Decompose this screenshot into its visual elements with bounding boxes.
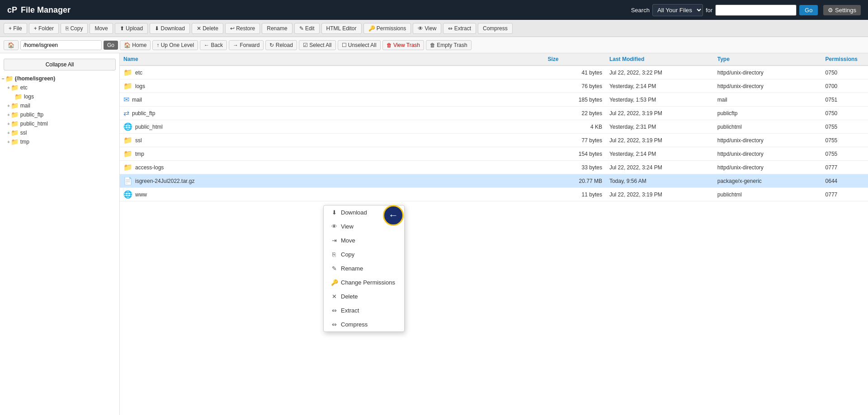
table-row[interactable]: ✉ mail 185 bytes Yesterday, 1:53 PM mail… [120, 93, 868, 107]
col-header-name[interactable]: Name [120, 53, 544, 65]
table-row[interactable]: 📄 isgreen-24Jul2022.tar.gz 20.77 MB Toda… [120, 174, 868, 188]
sidebar-item-public-ftp[interactable]: + 📁 public_ftp [0, 110, 119, 119]
file-modified: Jul 22, 2022, 3:22 PM [606, 65, 714, 79]
search-scope-select[interactable]: All Your Files [652, 4, 703, 16]
table-row[interactable]: ⇄ public_ftp 22 bytes Jul 22, 2022, 3:19… [120, 107, 868, 120]
ctx-extract-label: Extract [341, 307, 359, 314]
restore-button[interactable]: ↩ Restore [225, 23, 260, 34]
sidebar-item-mail[interactable]: + 📁 mail [0, 101, 119, 110]
home-icon-btn[interactable]: 🏠 [4, 40, 19, 50]
ctx-copy-item[interactable]: ⎘ Copy [324, 247, 404, 261]
sidebar-label: public_ftp [20, 112, 43, 118]
col-header-size[interactable]: Size [544, 53, 605, 65]
sidebar-item-logs[interactable]: 📁 logs [0, 92, 119, 101]
file-name: public_html [135, 124, 163, 130]
permissions-button[interactable]: 🔑 Permissions [363, 23, 411, 34]
path-go-button[interactable]: Go [104, 41, 118, 50]
download-button[interactable]: ⬇ Download [150, 23, 190, 34]
file-name: ssl [135, 137, 142, 144]
search-input[interactable] [715, 5, 797, 16]
sidebar-item-root[interactable]: − 📁 (/home/isgreen) [0, 74, 119, 83]
expand-icon: + [7, 112, 10, 117]
sidebar-item-public-html[interactable]: + 📁 public_html [0, 119, 119, 128]
ctx-rename-item[interactable]: ✎ Rename [324, 261, 404, 275]
forward-button[interactable]: → Forward [229, 40, 264, 50]
sidebar-item-tmp[interactable]: + 📁 tmp [0, 137, 119, 146]
sidebar-label: ssl [20, 130, 27, 136]
copy-button[interactable]: ⎘ Copy [61, 23, 88, 34]
rename-button[interactable]: Rename [262, 23, 292, 34]
col-header-type[interactable]: Type [714, 53, 822, 65]
expand-icon: + [7, 103, 10, 108]
ctx-move-label: Move [341, 237, 355, 244]
table-row[interactable]: 📁 tmp 154 bytes Yesterday, 2:14 PM httpd… [120, 147, 868, 161]
unselect-all-button[interactable]: ☐ Unselect All [338, 40, 381, 50]
empty-trash-button[interactable]: 🗑 Empty Trash [426, 40, 472, 50]
ctx-rename-label: Rename [341, 265, 363, 272]
app-logo: cP File Manager [7, 5, 71, 15]
file-size: 77 bytes [544, 134, 605, 147]
back-button[interactable]: ← Back [200, 40, 227, 50]
up-one-level-button[interactable]: ↑ Up One Level [152, 40, 198, 50]
extract-button[interactable]: ⇔ Extract [443, 23, 476, 34]
main-toolbar: + File + Folder ⎘ Copy Move ⬆ Upload ⬇ D… [0, 20, 868, 37]
delete-button[interactable]: ✕ Delete [192, 23, 223, 34]
ctx-move-item[interactable]: ⇥ Move [324, 233, 404, 247]
file-modified: Yesterday, 1:53 PM [606, 93, 714, 107]
compress-button[interactable]: Compress [478, 23, 513, 34]
file-size: 11 bytes [544, 188, 605, 201]
file-permissions: 0777 [822, 161, 868, 174]
search-go-button[interactable]: Go [799, 5, 818, 15]
file-type: httpd/unix-directory [714, 79, 822, 93]
table-row[interactable]: 🌐 public_html 4 KB Yesterday, 2:31 PM pu… [120, 120, 868, 134]
table-row[interactable]: 🌐 www 11 bytes Jul 22, 2022, 3:19 PM pub… [120, 188, 868, 201]
path-input[interactable] [20, 40, 102, 50]
edit-button[interactable]: ✎ Edit [294, 23, 320, 34]
ctx-delete-item[interactable]: ✕ Delete [324, 289, 404, 303]
ctx-compress-item[interactable]: ⇔ Compress [324, 317, 404, 331]
home-button[interactable]: 🏠 Home [120, 40, 151, 50]
file-permissions: 0644 [822, 174, 868, 188]
file-type: httpd/unix-directory [714, 134, 822, 147]
compress-icon: ⇔ [331, 321, 337, 328]
file-type: package/x-generic [714, 174, 822, 188]
move-button[interactable]: Move [90, 23, 113, 34]
col-header-permissions[interactable]: Permissions [822, 53, 868, 65]
expand-icon: + [7, 121, 10, 126]
ctx-view-label: View [341, 223, 354, 230]
sidebar-item-ssl[interactable]: + 📁 ssl [0, 128, 119, 137]
new-file-button[interactable]: + File [4, 23, 27, 34]
table-row[interactable]: 📁 logs 76 bytes Yesterday, 2:14 PM httpd… [120, 79, 868, 93]
root-label: (/home/isgreen) [15, 75, 55, 82]
extract-icon: ⇔ [331, 307, 337, 314]
table-row[interactable]: 📁 etc 41 bytes Jul 22, 2022, 3:22 PM htt… [120, 65, 868, 79]
select-all-button[interactable]: ☑ Select All [299, 40, 336, 50]
table-row[interactable]: 📁 ssl 77 bytes Jul 22, 2022, 3:19 PM htt… [120, 134, 868, 147]
ctx-permissions-item[interactable]: 🔑 Change Permissions [324, 275, 404, 289]
view-trash-button[interactable]: 🗑 View Trash [382, 40, 424, 50]
search-area: Search All Your Files for Go ⚙ Settings [631, 4, 861, 16]
file-name: logs [135, 83, 145, 89]
reload-button[interactable]: ↻ Reload [265, 40, 297, 50]
file-name: tmp [135, 151, 144, 157]
file-modified: Jul 22, 2022, 3:19 PM [606, 134, 714, 147]
new-folder-button[interactable]: + Folder [29, 23, 59, 34]
file-modified: Today, 9:56 AM [606, 174, 714, 188]
ctx-extract-item[interactable]: ⇔ Extract [324, 303, 404, 317]
file-name: etc [135, 70, 142, 76]
file-name: www [135, 191, 147, 198]
file-permissions: 0777 [822, 188, 868, 201]
upload-button[interactable]: ⬆ Upload [115, 23, 148, 34]
cpanel-icon: cP [7, 5, 17, 15]
settings-button[interactable]: ⚙ Settings [823, 5, 861, 15]
sidebar-item-etc[interactable]: + 📁 etc [0, 83, 119, 92]
permissions-icon: 🔑 [331, 279, 337, 286]
table-row[interactable]: 📁 access-logs 33 bytes Jul 22, 2022, 3:2… [120, 161, 868, 174]
collapse-all-button[interactable]: Collapse All [4, 59, 116, 70]
view-button[interactable]: 👁 View [413, 23, 441, 34]
folder-icon: 📁 [5, 75, 13, 82]
file-type-icon: 📁 [123, 149, 132, 158]
col-header-modified[interactable]: Last Modified [606, 53, 714, 65]
file-type-icon: 📁 [123, 163, 132, 172]
html-editor-button[interactable]: HTML Editor [321, 23, 362, 34]
